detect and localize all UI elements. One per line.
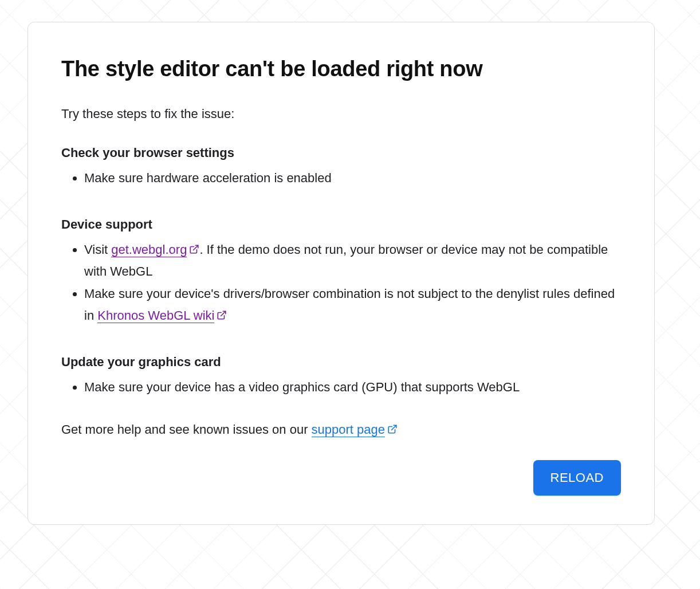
section-list: Make sure hardware acceleration is enabl… xyxy=(61,167,621,190)
external-link-icon xyxy=(387,423,398,438)
svg-line-1 xyxy=(221,311,226,316)
external-link-icon xyxy=(189,239,199,262)
intro-text: Try these steps to fix the issue: xyxy=(61,107,621,121)
external-link[interactable]: get.webgl.org xyxy=(111,242,187,257)
section-heading: Device support xyxy=(61,217,621,232)
reload-button[interactable]: RELOAD xyxy=(533,460,621,496)
footer-text: Get more help and see known issues on ou… xyxy=(61,422,621,437)
error-title: The style editor can't be loaded right n… xyxy=(61,57,621,81)
list-item: Make sure your device has a video graphi… xyxy=(84,376,621,399)
list-item: Visit get.webgl.org. If the demo does no… xyxy=(84,239,621,283)
troubleshoot-sections: Check your browser settingsMake sure har… xyxy=(61,146,621,398)
support-page-link[interactable]: support page xyxy=(312,422,385,437)
list-item: Make sure hardware acceleration is enabl… xyxy=(84,167,621,190)
section-list: Visit get.webgl.org. If the demo does no… xyxy=(61,239,621,327)
svg-line-2 xyxy=(392,425,396,430)
svg-line-0 xyxy=(194,245,198,250)
button-row: RELOAD xyxy=(61,460,621,496)
list-item: Make sure your device's drivers/browser … xyxy=(84,283,621,327)
external-link[interactable]: Khronos WebGL wiki xyxy=(97,308,214,323)
external-link-icon xyxy=(217,305,227,328)
section-heading: Update your graphics card xyxy=(61,355,621,370)
error-card: The style editor can't be loaded right n… xyxy=(27,22,655,525)
section-heading: Check your browser settings xyxy=(61,146,621,160)
section-list: Make sure your device has a video graphi… xyxy=(61,376,621,399)
